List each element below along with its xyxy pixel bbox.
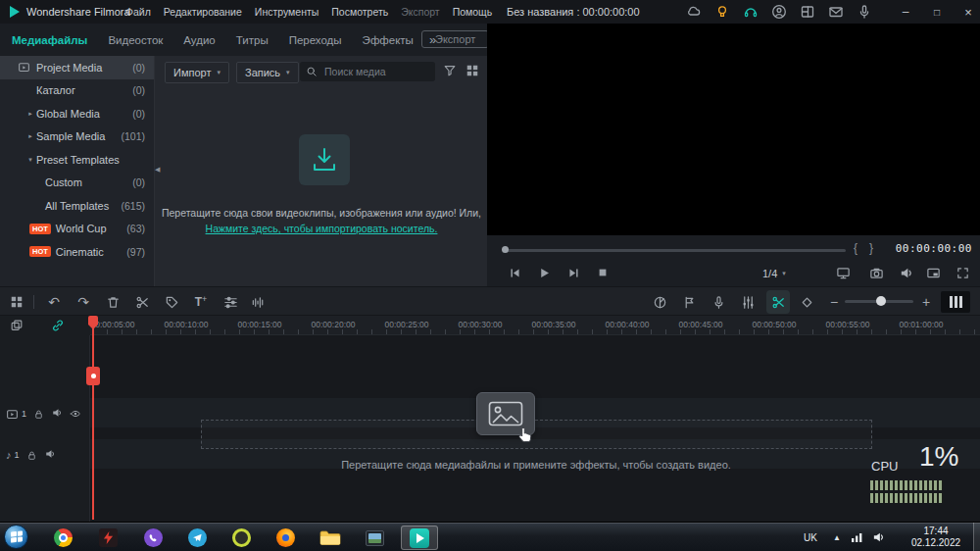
- taskbar-app-explorer[interactable]: [312, 526, 349, 550]
- tab-media[interactable]: Медиафайлы: [12, 34, 87, 46]
- mute-speaker-icon[interactable]: [44, 446, 56, 464]
- keyframe-icon[interactable]: [798, 293, 815, 311]
- mute-speaker-icon[interactable]: [51, 405, 63, 423]
- preview-quality-dropdown[interactable]: 1/4 ▾: [762, 268, 786, 279]
- start-button[interactable]: [4, 525, 28, 549]
- zoom-to-fit-button[interactable]: [941, 291, 970, 313]
- tab-titles[interactable]: Титры: [236, 34, 269, 46]
- taskbar-app-browser[interactable]: [222, 526, 260, 550]
- sidebar-item-cinematic[interactable]: HOT Cinematic (97): [0, 240, 154, 264]
- lock-icon[interactable]: [26, 450, 37, 461]
- fullscreen-expand-icon[interactable]: [955, 265, 970, 280]
- tree-collapsed-icon[interactable]: ▸: [24, 132, 36, 140]
- snapshot-camera-icon[interactable]: [868, 265, 884, 280]
- adjust-sliders-icon[interactable]: [221, 293, 239, 311]
- taskbar-app-chrome[interactable]: [44, 526, 81, 550]
- tree-expanded-icon[interactable]: ▾: [24, 156, 36, 164]
- window-close-button[interactable]: ×: [955, 0, 980, 24]
- color-wheel-icon[interactable]: [651, 293, 668, 311]
- timeline-dropzone[interactable]: [201, 420, 872, 449]
- volume-icon[interactable]: [898, 265, 913, 280]
- auto-ripple-link-icon[interactable]: [49, 317, 67, 334]
- cloud-icon[interactable]: [686, 4, 702, 20]
- play-button[interactable]: [536, 265, 552, 280]
- menu-export[interactable]: Экспорт: [401, 6, 439, 18]
- tray-expand-icon[interactable]: ▲: [833, 523, 841, 551]
- eye-visibility-icon[interactable]: [70, 408, 81, 420]
- media-grid-icon[interactable]: [8, 293, 25, 311]
- crop-tag-icon[interactable]: [163, 293, 180, 311]
- export-button[interactable]: Экспорт: [421, 30, 489, 48]
- taskbar-app-firefox[interactable]: [267, 526, 304, 550]
- menu-help[interactable]: Помощь: [453, 6, 493, 18]
- grid-view-icon[interactable]: [466, 64, 479, 77]
- sidebar-item-all-templates[interactable]: All Templates (615): [0, 194, 154, 218]
- audio-waveform-icon[interactable]: [249, 293, 267, 311]
- sidebar-collapse-handle[interactable]: ◀: [155, 160, 165, 179]
- taskbar-app-utility[interactable]: [89, 526, 126, 550]
- microphone-icon[interactable]: [857, 4, 872, 20]
- sidebar-item-world-cup[interactable]: HOT World Cup (63): [0, 218, 154, 241]
- menu-view[interactable]: Посмотреть: [331, 6, 388, 18]
- undo-icon[interactable]: ↶: [45, 293, 63, 311]
- import-dropdown[interactable]: Импорт ▾: [165, 62, 229, 83]
- tray-clock[interactable]: 17:44 02.12.2022: [902, 526, 970, 549]
- taskbar-app-viber[interactable]: [134, 526, 172, 550]
- playhead-line[interactable]: [92, 316, 94, 520]
- sidebar-item-sample-media[interactable]: ▸ Sample Media (101): [0, 125, 154, 149]
- preview-scrubber[interactable]: [505, 249, 846, 252]
- sidebar-item-project-media[interactable]: Project Media (0): [0, 56, 154, 79]
- split-button-active[interactable]: [766, 290, 790, 314]
- tree-collapsed-icon[interactable]: ▸: [24, 110, 36, 118]
- mail-icon[interactable]: [828, 4, 844, 20]
- tab-transitions[interactable]: Переходы: [289, 34, 342, 46]
- tab-stock[interactable]: Видеосток: [108, 34, 163, 46]
- zoom-slider-handle[interactable]: [876, 296, 886, 306]
- record-dropdown[interactable]: Запись ▾: [236, 62, 299, 83]
- show-desktop-button[interactable]: [973, 523, 980, 551]
- playhead-split-badge[interactable]: [86, 367, 100, 385]
- menu-tools[interactable]: Инструменты: [255, 6, 318, 18]
- delete-icon[interactable]: [104, 293, 122, 311]
- tray-volume-icon[interactable]: [872, 523, 886, 551]
- window-maximize-button[interactable]: □: [923, 0, 951, 24]
- previous-frame-button[interactable]: [507, 265, 522, 280]
- redo-icon[interactable]: ↷: [74, 293, 92, 311]
- scissors-icon[interactable]: [133, 293, 151, 311]
- account-avatar-icon[interactable]: [771, 4, 787, 20]
- stop-button[interactable]: [595, 265, 611, 280]
- filter-funnel-icon[interactable]: [443, 64, 457, 77]
- search-input[interactable]: [322, 65, 429, 78]
- zoom-out-icon[interactable]: −: [825, 293, 843, 311]
- sidebar-item-custom[interactable]: Custom (0): [0, 172, 154, 195]
- lock-icon[interactable]: [33, 409, 44, 420]
- marker-flag-icon[interactable]: [680, 293, 698, 311]
- sidebar-item-global-media[interactable]: ▸ Global Media (0): [0, 102, 154, 125]
- playhead-handle[interactable]: [88, 316, 98, 325]
- taskbar-app-telegram[interactable]: [178, 526, 216, 550]
- workspace-layout-icon[interactable]: [800, 4, 815, 20]
- import-media-button[interactable]: [299, 134, 350, 185]
- audio-mixer-icon[interactable]: [739, 293, 757, 311]
- menu-edit[interactable]: Редактирование: [164, 6, 242, 18]
- titles-icon[interactable]: T+: [192, 293, 210, 311]
- timeline-ruler[interactable]: 00:00:05:00 00:00:10:00 00:00:15:00 00:0…: [90, 316, 980, 335]
- mark-in-icon[interactable]: {: [854, 241, 858, 255]
- fit-window-icon[interactable]: [925, 265, 941, 280]
- headset-icon[interactable]: [743, 4, 759, 20]
- taskbar-app-photos[interactable]: [356, 526, 393, 550]
- second-monitor-icon[interactable]: [835, 265, 851, 280]
- tab-effects[interactable]: Эффекты: [363, 34, 414, 46]
- media-search[interactable]: [300, 62, 435, 81]
- scrubber-handle[interactable]: [502, 246, 509, 253]
- zoom-in-icon[interactable]: +: [917, 293, 935, 311]
- manage-tracks-icon[interactable]: [8, 317, 25, 334]
- mark-out-icon[interactable]: }: [869, 241, 873, 255]
- language-indicator[interactable]: UK: [804, 523, 817, 551]
- import-media-link[interactable]: Нажмите здесь, чтобы импортировать носит…: [155, 223, 488, 234]
- voiceover-mic-icon[interactable]: [710, 293, 727, 311]
- window-minimize-button[interactable]: –: [892, 0, 919, 24]
- video-preview-area[interactable]: [487, 24, 980, 235]
- menu-file[interactable]: Файл: [125, 6, 151, 18]
- network-icon[interactable]: [851, 523, 864, 551]
